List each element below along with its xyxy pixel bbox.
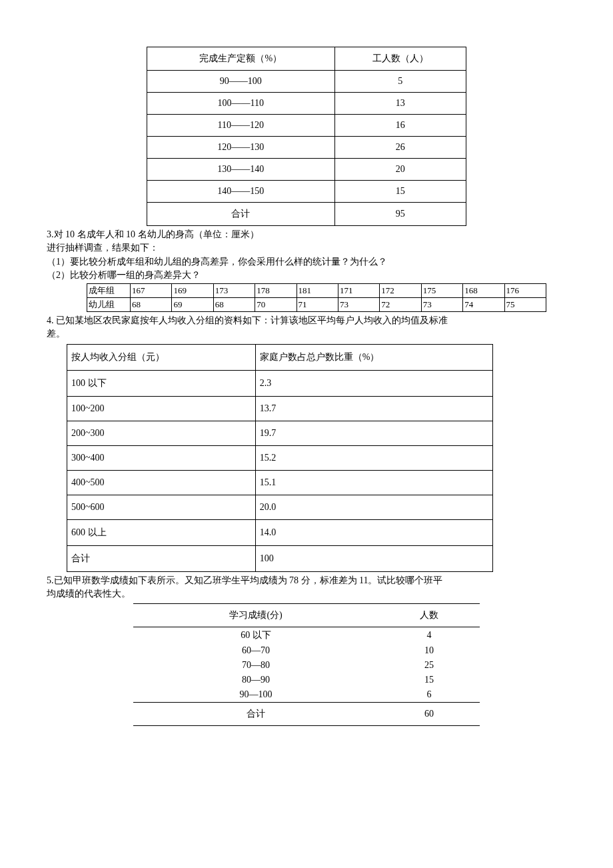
col-header: 学习成绩(分) (133, 604, 378, 627)
table-row: 60—7010 (133, 643, 480, 658)
q5-text2: 均成绩的代表性大。 (47, 587, 566, 601)
table-row: 500~60020.0 (67, 495, 493, 519)
table-row: 100 以下2.3 (67, 370, 493, 396)
table-row: 110——12016 (147, 115, 466, 137)
q4-text2: 差。 (47, 327, 566, 341)
table-row: 90——1005 (147, 71, 466, 93)
row-label: 成年组 (87, 284, 131, 298)
table-row: 60 以下4 (133, 627, 480, 644)
document-page: 完成生产定额（%） 工人数（人） 90——1005 100——11013 110… (0, 0, 613, 753)
table-row: 成年组 167 169 173 178 181 171 172 175 168 … (87, 284, 546, 298)
col-header: 工人数（人） (334, 47, 466, 71)
table-row: 120——13026 (147, 137, 466, 159)
table-row: 140——15015 (147, 181, 466, 203)
table-row: 300~40015.2 (67, 445, 493, 470)
table-row: 100~20013.7 (67, 396, 493, 421)
table-row: 130——14020 (147, 159, 466, 181)
table-row: 400~50015.1 (67, 470, 493, 495)
score-table: 学习成绩(分) 人数 60 以下4 60—7010 70—8025 80—901… (133, 603, 480, 726)
col-header: 家庭户数占总户数比重（%） (255, 344, 492, 370)
q3-line2: 进行抽样调查，结果如下： (47, 241, 566, 255)
quota-table: 完成生产定额（%） 工人数（人） 90——1005 100——11013 110… (147, 47, 466, 226)
q5-text1: 5.已知甲班数学成绩如下表所示。又知乙班学生平均成绩为 78 分，标准差为 11… (47, 574, 566, 587)
col-header: 人数 (378, 604, 480, 627)
table-header-row: 按人均收入分组（元） 家庭户数占总户数比重（%） (67, 344, 493, 370)
row-label: 幼儿组 (87, 298, 131, 312)
table-row: 100——11013 (147, 93, 466, 115)
height-table: 成年组 167 169 173 178 181 171 172 175 168 … (87, 283, 546, 312)
table-header-row: 学习成绩(分) 人数 (133, 604, 480, 627)
table-row: 90—1006 (133, 687, 480, 703)
table-row: 合计100 (67, 545, 493, 571)
q3-sub1: （1）要比较分析成年组和幼儿组的身高差异，你会采用什么样的统计量？为什么？ (47, 255, 566, 269)
table-footer-row: 合计 60 (133, 703, 480, 726)
q3-title: 3.对 10 名成年人和 10 名幼儿的身高（单位：厘米） (47, 228, 566, 241)
table-header-row: 完成生产定额（%） 工人数（人） (147, 47, 466, 71)
table-row: 合计95 (147, 203, 466, 226)
col-header: 按人均收入分组（元） (67, 344, 256, 370)
table-row: 80—9015 (133, 673, 480, 687)
col-header: 完成生产定额（%） (147, 47, 335, 71)
table-row: 幼儿组 68 69 68 70 71 73 72 73 74 75 (87, 298, 546, 312)
q3-sub2: （2）比较分析哪一组的身高差异大？ (47, 269, 566, 282)
table-row: 200~30019.7 (67, 421, 493, 445)
table-row: 70—8025 (133, 658, 480, 673)
q4-text1: 4. 已知某地区农民家庭按年人均收入分组的资料如下：计算该地区平均每户人均收入的… (47, 314, 566, 327)
income-table: 按人均收入分组（元） 家庭户数占总户数比重（%） 100 以下2.3 100~2… (67, 344, 493, 572)
table-row: 600 以上14.0 (67, 519, 493, 545)
